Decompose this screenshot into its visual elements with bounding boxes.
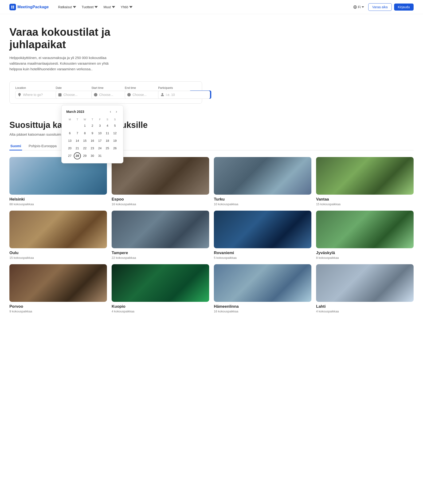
calendar-day-header: S bbox=[104, 117, 111, 122]
globe-icon bbox=[353, 5, 357, 9]
calendar-day[interactable]: 19 bbox=[111, 137, 119, 144]
city-grid: Helsinki 88 kokouspaikkaa Espoo 16 kokou… bbox=[9, 157, 414, 313]
city-count: 15 kokouspaikkaa bbox=[9, 256, 107, 259]
city-name: Turku bbox=[214, 197, 311, 202]
city-count: 16 kokouspaikkaa bbox=[112, 202, 209, 206]
nav-actions: Fi Varaa aika Kirjaudu bbox=[351, 3, 414, 11]
location-field: Location bbox=[15, 86, 53, 99]
calendar-prev-button[interactable]: ‹ bbox=[108, 109, 112, 114]
city-card[interactable]: Oulu 15 kokouspaikkaa bbox=[9, 211, 107, 259]
city-name: Kuopio bbox=[112, 304, 209, 309]
chevron-down-icon bbox=[362, 6, 364, 8]
city-image bbox=[112, 211, 209, 248]
calendar-day[interactable]: 17 bbox=[96, 137, 103, 144]
svg-rect-2 bbox=[11, 7, 12, 8]
city-image bbox=[316, 264, 414, 302]
city-count: 9 kokouspaikkaa bbox=[9, 310, 107, 313]
calendar-empty-cell bbox=[66, 122, 73, 129]
city-image bbox=[112, 264, 209, 302]
calendar-day[interactable]: 7 bbox=[74, 130, 81, 137]
calendar-day[interactable]: 9 bbox=[89, 130, 96, 137]
city-card[interactable]: Hämeenlinna 16 kokouspaikkaa bbox=[214, 264, 311, 313]
nav-muut[interactable]: Muut bbox=[101, 4, 117, 10]
city-card[interactable]: Tampere 22 kokouspaikkaa bbox=[112, 211, 209, 259]
chevron-down-icon bbox=[129, 6, 132, 9]
calendar-day[interactable]: 16 bbox=[89, 137, 96, 144]
city-count: 22 kokouspaikkaa bbox=[112, 256, 209, 259]
city-tab-suomi[interactable]: Suomi bbox=[9, 142, 22, 150]
calendar-day[interactable]: 26 bbox=[111, 145, 119, 152]
calendar-day[interactable]: 22 bbox=[81, 145, 88, 152]
calendar-day[interactable]: 30 bbox=[89, 152, 96, 159]
calendar-day[interactable]: 27 bbox=[66, 152, 73, 159]
calendar-day-header: F bbox=[96, 117, 103, 122]
calendar-day[interactable]: 28 bbox=[74, 152, 81, 159]
calendar-day[interactable]: 11 bbox=[104, 130, 111, 137]
logo-icon bbox=[9, 4, 16, 10]
city-count: 88 kokouspaikkaa bbox=[9, 202, 107, 206]
calendar-day[interactable]: 20 bbox=[66, 145, 73, 152]
logo[interactable]: MeetingPackage bbox=[9, 4, 49, 10]
participants-input[interactable] bbox=[158, 91, 210, 99]
calendar-header: March 2023 ‹ › bbox=[66, 109, 119, 114]
date-input-wrap bbox=[56, 91, 89, 99]
varaa-aika-button[interactable]: Varaa aika bbox=[368, 3, 392, 11]
city-count: 4 kokouspaikkaa bbox=[316, 310, 414, 313]
svg-rect-0 bbox=[11, 6, 12, 7]
calendar-day[interactable]: 24 bbox=[96, 145, 103, 152]
calendar-day[interactable]: 31 bbox=[96, 152, 103, 159]
nav-ratkaisut[interactable]: Ratkaisut bbox=[56, 4, 78, 10]
calendar-day[interactable]: 18 bbox=[104, 137, 111, 144]
calendar-next-button[interactable]: › bbox=[114, 109, 119, 114]
calendar-day[interactable]: 10 bbox=[96, 130, 103, 137]
calendar-day[interactable]: 15 bbox=[81, 137, 88, 144]
start-time-input-wrap bbox=[91, 91, 122, 99]
city-card[interactable]: Jyväskylä 8 kokouspaikkaa bbox=[316, 211, 414, 259]
calendar-day[interactable]: 23 bbox=[89, 145, 96, 152]
language-selector[interactable]: Fi bbox=[351, 4, 366, 10]
calendar-day[interactable]: 12 bbox=[111, 130, 119, 137]
city-card[interactable]: Kuopio 4 kokouspaikkaa bbox=[112, 264, 209, 313]
city-count: 5 kokouspaikkaa bbox=[214, 256, 311, 259]
city-tab-pohjois-eurooppa[interactable]: Pohjois-Eurooppa bbox=[28, 142, 58, 150]
hero-section: Varaa kokoustilat ja juhlapaikat Helppok… bbox=[0, 14, 423, 111]
calendar-day[interactable]: 29 bbox=[81, 152, 88, 159]
date-label: Date bbox=[56, 86, 89, 90]
calendar-day-header: T bbox=[74, 117, 81, 122]
date-field: Date bbox=[56, 86, 89, 99]
calendar-day-header: S bbox=[111, 117, 119, 122]
city-image bbox=[316, 157, 414, 195]
nav-tuotteet[interactable]: Tuotteet bbox=[79, 4, 100, 10]
calendar-day[interactable]: 21 bbox=[74, 145, 81, 152]
calendar-month: March 2023 bbox=[66, 110, 84, 114]
calendar-day[interactable]: 6 bbox=[66, 130, 73, 137]
nav-yhtio[interactable]: Yhtiö bbox=[119, 4, 135, 10]
kirjaudu-button[interactable]: Kirjaudu bbox=[394, 4, 414, 11]
city-name: Vantaa bbox=[316, 197, 414, 202]
calendar-day[interactable]: 4 bbox=[104, 122, 111, 129]
calendar-day[interactable]: 14 bbox=[74, 137, 81, 144]
calendar-day[interactable]: 13 bbox=[66, 137, 73, 144]
calendar-day[interactable]: 25 bbox=[104, 145, 111, 152]
calendar-day-header: W bbox=[81, 117, 88, 122]
calendar-empty-cell bbox=[74, 122, 81, 129]
city-name: Jyväskylä bbox=[316, 251, 414, 255]
city-card[interactable]: Lahti 4 kokouspaikkaa bbox=[316, 264, 414, 313]
calendar-day[interactable]: 2 bbox=[89, 122, 96, 129]
chevron-down-icon bbox=[95, 6, 98, 9]
calendar-day[interactable]: 1 bbox=[81, 122, 88, 129]
city-card[interactable]: Helsinki 88 kokouspaikkaa bbox=[9, 157, 107, 206]
end-time-label: End time bbox=[125, 86, 155, 90]
city-card[interactable]: Turku 10 kokouspaikkaa bbox=[214, 157, 311, 206]
calendar-day[interactable]: 8 bbox=[81, 130, 88, 137]
city-image bbox=[316, 211, 414, 248]
city-name: Helsinki bbox=[9, 197, 107, 202]
city-card[interactable]: Vantaa 15 kokouspaikkaa bbox=[316, 157, 414, 206]
city-card[interactable]: Porvoo 9 kokouspaikkaa bbox=[9, 264, 107, 313]
calendar-day[interactable]: 5 bbox=[111, 122, 119, 129]
city-count: 16 kokouspaikkaa bbox=[214, 310, 311, 313]
calendar-dropdown: March 2023 ‹ › MTWTFSS123456789101112131… bbox=[61, 105, 123, 163]
calendar-day[interactable]: 3 bbox=[96, 122, 103, 129]
city-card[interactable]: Rovaniemi 5 kokouspaikkaa bbox=[214, 211, 311, 259]
city-card[interactable]: Espoo 16 kokouspaikkaa bbox=[112, 157, 209, 206]
